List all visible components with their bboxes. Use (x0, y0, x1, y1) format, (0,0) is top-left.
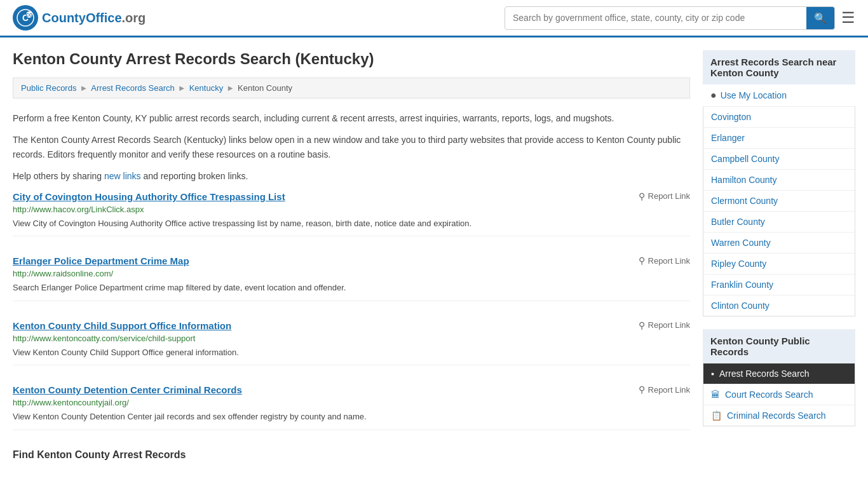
sidebar: Arrest Records Search near Kenton County… (703, 50, 855, 461)
use-location-label: Use My Location (721, 90, 787, 100)
report-icon-0: ⚲ (639, 191, 645, 201)
resource-entry: Kenton County Child Support Office Infor… (13, 320, 690, 366)
resource-url-2: http://www.kentoncoatty.com/service/chil… (13, 334, 690, 343)
search-input[interactable] (505, 8, 806, 28)
report-icon-3: ⚲ (639, 384, 645, 395)
record-icon-0: ▪ (711, 369, 714, 379)
nearby-header: Arrest Records Search near Kenton County (703, 50, 855, 85)
resource-entry: Kenton County Detention Center Criminal … (13, 384, 690, 430)
nearby-list-item: Clermont County (703, 191, 855, 212)
nearby-link-8[interactable]: Franklin County (703, 274, 855, 295)
report-label-1: Report Link (648, 256, 690, 266)
resource-title-0[interactable]: City of Covington Housing Authority Offi… (13, 191, 285, 202)
public-records-item: ▪ Arrest Records Search (703, 363, 855, 384)
record-icon-1: 🏛 (711, 390, 720, 400)
nearby-link-0[interactable]: Covington (703, 107, 855, 127)
resource-url-1: http://www.raidsonline.com/ (13, 269, 690, 278)
breadcrumb-sep-1: ► (79, 83, 88, 93)
nearby-list-item: Butler County (703, 212, 855, 233)
resource-desc-2: View Kenton County Child Support Office … (13, 346, 690, 359)
description-1: Perform a free Kenton County, KY public … (13, 111, 690, 125)
nearby-link-1[interactable]: Erlanger (703, 128, 855, 148)
resource-entry: City of Covington Housing Authority Offi… (13, 191, 690, 237)
nearby-list-item: Franklin County (703, 274, 855, 295)
description-2: The Kenton County Arrest Records Search … (13, 133, 690, 161)
record-label-0: Arrest Records Search (719, 369, 810, 379)
resource-title-2[interactable]: Kenton County Child Support Office Infor… (13, 320, 231, 331)
nearby-link-4[interactable]: Clermont County (703, 191, 855, 211)
nearby-list-item: Ripley County (703, 254, 855, 274)
resource-url-3: http://www.kentoncountyjail.org/ (13, 398, 690, 407)
breadcrumb-sep-2: ► (178, 83, 186, 93)
report-link-2[interactable]: ⚲ Report Link (632, 320, 690, 330)
public-records-link-0[interactable]: ▪ Arrest Records Search (703, 363, 855, 384)
public-records-link-2[interactable]: 📋 Criminal Records Search (703, 405, 855, 426)
resource-desc-0: View City of Covington Housing Authority… (13, 217, 690, 230)
nearby-link-6[interactable]: Warren County (703, 233, 855, 253)
main-container: Kenton County Arrest Records Search (Ken… (0, 37, 868, 473)
resource-header: Kenton County Child Support Office Infor… (13, 320, 690, 331)
resource-header: City of Covington Housing Authority Offi… (13, 191, 690, 202)
search-bar: 🔍 (505, 6, 835, 30)
resource-title-1[interactable]: Erlanger Police Department Crime Map (13, 255, 189, 266)
header: C CO CountyOffice.org 🔍 ☰ (0, 0, 868, 37)
nearby-list-item: Campbell County (703, 149, 855, 170)
logo-area: C CO CountyOffice.org (13, 5, 146, 30)
record-label-1: Court Records Search (725, 390, 813, 400)
nearby-link-3[interactable]: Hamilton County (703, 170, 855, 190)
new-links-link[interactable]: new links (104, 171, 141, 181)
breadcrumb-kentucky[interactable]: Kentucky (189, 83, 223, 93)
logo-icon: C CO (13, 5, 38, 30)
search-button[interactable]: 🔍 (806, 7, 834, 29)
report-label-2: Report Link (648, 320, 690, 330)
resources-container: City of Covington Housing Authority Offi… (13, 191, 690, 430)
record-label-2: Criminal Records Search (727, 410, 826, 421)
resource-desc-3: View Kenton County Detention Center jail… (13, 410, 690, 423)
nearby-list-item: Hamilton County (703, 170, 855, 191)
public-records-item: 🏛 Court Records Search (703, 384, 855, 405)
breadcrumb: Public Records ► Arrest Records Search ►… (13, 78, 690, 98)
nearby-list-item: Erlanger (703, 128, 855, 149)
nearby-list-item: Warren County (703, 233, 855, 254)
main-content: Kenton County Arrest Records Search (Ken… (13, 50, 690, 461)
resource-header: Erlanger Police Department Crime Map ⚲ R… (13, 255, 690, 266)
page-title: Kenton County Arrest Records Search (Ken… (13, 50, 690, 68)
breadcrumb-public-records[interactable]: Public Records (21, 83, 76, 93)
nearby-link-7[interactable]: Ripley County (703, 254, 855, 274)
public-records-section: Kenton County Public Records ▪ Arrest Re… (703, 329, 855, 426)
svg-text:CO: CO (26, 13, 33, 17)
breadcrumb-arrest-records[interactable]: Arrest Records Search (91, 83, 175, 93)
nearby-link-5[interactable]: Butler County (703, 212, 855, 232)
report-link-3[interactable]: ⚲ Report Link (632, 384, 690, 395)
report-label-0: Report Link (648, 191, 690, 201)
logo-text: CountyOffice.org (42, 11, 146, 25)
report-icon-2: ⚲ (639, 320, 645, 330)
report-icon-1: ⚲ (639, 255, 645, 266)
nearby-section: Arrest Records Search near Kenton County… (703, 50, 855, 316)
header-right: 🔍 ☰ (505, 6, 855, 30)
report-link-1[interactable]: ⚲ Report Link (632, 255, 690, 266)
breadcrumb-sep-3: ► (226, 83, 234, 93)
public-records-link-1[interactable]: 🏛 Court Records Search (703, 384, 855, 405)
resource-title-3[interactable]: Kenton County Detention Center Criminal … (13, 384, 242, 395)
location-pin-icon: ● (710, 90, 717, 101)
record-icon-2: 📋 (711, 410, 722, 421)
nearby-link-2[interactable]: Campbell County (703, 149, 855, 169)
nearby-list-item: Clinton County (703, 295, 855, 316)
public-records-item: 📋 Criminal Records Search (703, 405, 855, 426)
public-records-header: Kenton County Public Records (703, 329, 855, 363)
breadcrumb-kenton-county: Kenton County (238, 83, 292, 93)
nearby-list: CovingtonErlangerCampbell CountyHamilton… (703, 107, 855, 316)
use-location-item[interactable]: ● Use My Location (703, 85, 855, 107)
nearby-link-9[interactable]: Clinton County (703, 295, 855, 316)
public-records-list: ▪ Arrest Records Search 🏛 Court Records … (703, 363, 855, 426)
report-link-0[interactable]: ⚲ Report Link (632, 191, 690, 201)
resource-entry: Erlanger Police Department Crime Map ⚲ R… (13, 255, 690, 301)
hamburger-menu-icon[interactable]: ☰ (841, 9, 855, 27)
report-label-3: Report Link (648, 385, 690, 395)
resource-desc-1: Search Erlanger Police Department crime … (13, 281, 690, 294)
find-section-title: Find Kenton County Arrest Records (13, 449, 690, 461)
resource-header: Kenton County Detention Center Criminal … (13, 384, 690, 395)
description-3: Help others by sharing new links and rep… (13, 169, 690, 183)
resource-url-0: http://www.hacov.org/LinkClick.aspx (13, 205, 690, 214)
